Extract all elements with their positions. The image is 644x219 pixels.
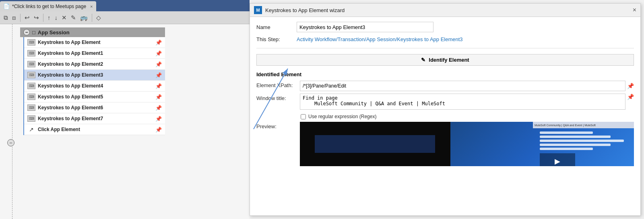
wizard-title-left: M Keystrokes to App Element wizard	[254, 6, 345, 14]
preview-line-4	[540, 144, 611, 146]
step-item-6[interactable]: ⌨ Keystrokes to App Element6 📌	[24, 102, 165, 113]
pin-icon-6[interactable]: 📌	[155, 105, 162, 111]
step-label-1: Keystrokes to App Element1	[38, 50, 153, 56]
session-collapse-btn[interactable]: −	[23, 29, 30, 35]
redo-btn[interactable]: ↪	[33, 13, 40, 22]
wizard-body: Name This Step: Activity Workflow/Transa…	[250, 17, 640, 215]
xpath-pin-btn[interactable]: 📌	[627, 83, 634, 89]
step-item-0[interactable]: ⌨ Keystrokes to App Element 📌	[24, 37, 165, 48]
keystroke-icon-0: ⌨	[27, 39, 35, 46]
step-item-1[interactable]: ⌨ Keystrokes to App Element1 📌	[24, 48, 165, 59]
minus-area: −	[20, 139, 250, 151]
session-header[interactable]: − □ App Session	[20, 27, 165, 37]
tree-inner: − □ App Session ⌨ Keystrokes to App Elem…	[20, 27, 250, 151]
preview-line-5	[540, 148, 593, 150]
toolbar-sep-3	[92, 14, 92, 22]
window-title-pin-btn[interactable]: 📌	[627, 94, 634, 100]
regex-spacer	[256, 114, 297, 115]
click-icon: ↗	[27, 126, 35, 133]
preview-left	[300, 122, 450, 166]
step-label-3: Keystrokes to App Element3	[38, 72, 153, 78]
toolbar-sep-1	[20, 14, 21, 22]
regex-row: Use regular expression (Regex)	[301, 114, 634, 119]
move-up-btn[interactable]: ↑	[46, 13, 52, 22]
name-label: Name	[256, 24, 293, 30]
step-label-2: Keystrokes to App Element2	[38, 61, 153, 67]
preview-image: MuleSoft Community | Q&A and Event | Mul…	[300, 122, 634, 166]
regex-checkbox[interactable]	[301, 114, 306, 119]
export-btn[interactable]: 🚌	[79, 13, 89, 22]
preview-label: Preview:	[256, 122, 297, 129]
tab-bar: 📄 *Click links to get to Meetups page ×	[0, 0, 250, 11]
keystroke-icon-3: ⌨	[27, 72, 35, 78]
pin-icon-5[interactable]: 📌	[155, 94, 162, 100]
diamond-btn[interactable]: ◇	[95, 13, 102, 22]
window-title-input[interactable]: Find in page MuleSoft Community | Q&A an…	[300, 94, 625, 110]
regex-label: Use regular expression (Regex)	[308, 114, 376, 119]
name-row: Name	[256, 22, 634, 32]
session-body: ⌨ Keystrokes to App Element 📌 ⌨ Keystrok…	[23, 37, 165, 135]
step-item-click[interactable]: ↗ Click App Element 📌	[24, 124, 165, 135]
this-step-label: This Step:	[256, 36, 293, 42]
delete-btn[interactable]: ✕	[60, 13, 68, 22]
preview-thumb: ▶	[540, 153, 575, 166]
step-label-4: Keystrokes to App Element4	[38, 83, 153, 89]
step-item-3[interactable]: ⌨ Keystrokes to App Element3 📌	[24, 70, 165, 81]
window-title-label: Window title:	[256, 94, 297, 101]
session-label: App Session	[38, 29, 70, 35]
identified-section: Identified Element Element XPath: 📌 Wind…	[256, 71, 634, 166]
identify-btn-label: Identify Element	[429, 57, 469, 63]
keystroke-icon-6: ⌨	[27, 104, 35, 111]
tree-area: − □ App Session ⌨ Keystrokes to App Elem…	[0, 24, 250, 219]
identified-table: Element XPath: 📌 Window title: Find in p…	[256, 81, 634, 166]
pin-icon-click[interactable]: 📌	[155, 127, 162, 133]
step-item-5[interactable]: ⌨ Keystrokes to App Element5 📌	[24, 92, 165, 102]
preview-right: MuleSoft Community | Q&A and Event | Mul…	[450, 122, 634, 166]
wizard-close-btn[interactable]: ×	[633, 6, 636, 14]
pin-icon-4[interactable]: 📌	[155, 83, 162, 89]
xpath-label: Element XPath:	[256, 81, 297, 88]
wizard-icon: M	[254, 6, 262, 14]
window-title-input-wrap: Find in page MuleSoft Community | Q&A an…	[300, 94, 634, 111]
step-item-4[interactable]: ⌨ Keystrokes to App Element4 📌	[24, 81, 165, 92]
session-node: − □ App Session ⌨ Keystrokes to App Elem…	[20, 27, 250, 135]
tree-dashed-line	[12, 24, 12, 219]
preview-line-1	[540, 131, 593, 134]
identify-element-btn[interactable]: ✎ Identify Element	[256, 54, 634, 66]
copy-page-btn[interactable]: ⧉	[2, 13, 9, 22]
wizard-titlebar: M Keystrokes to App Element wizard ×	[250, 4, 640, 17]
tab-title: *Click links to get to Meetups page	[12, 4, 86, 9]
toolbar-sep-2	[43, 14, 43, 22]
pin-icon-1[interactable]: 📌	[155, 50, 162, 56]
step-label-6: Keystrokes to App Element6	[38, 105, 153, 111]
tab-close-btn[interactable]: ×	[90, 4, 93, 9]
copy-btn[interactable]: ⧈	[11, 13, 17, 22]
keystroke-icon-1: ⌨	[27, 50, 35, 56]
toolbar: ⧉ ⧈ ↩ ↪ ↑ ↓ ✕ ✎ 🚌 ◇	[0, 11, 250, 24]
xpath-input[interactable]	[300, 81, 625, 91]
move-down-btn[interactable]: ↓	[54, 13, 59, 22]
keystroke-icon-7: ⌨	[27, 115, 35, 122]
this-step-value[interactable]: Activity Workflow/Transaction/App Sessio…	[297, 36, 463, 42]
section-divider-1	[256, 48, 634, 48]
step-label-0: Keystrokes to App Element	[38, 40, 153, 45]
pin-icon-0[interactable]: 📌	[155, 40, 162, 46]
identify-icon: ✎	[421, 57, 425, 63]
step-item-2[interactable]: ⌨ Keystrokes to App Element2 📌	[24, 59, 165, 70]
left-panel: 📄 *Click links to get to Meetups page × …	[0, 0, 250, 219]
preview-line-3	[540, 140, 624, 142]
pin-icon-3[interactable]: 📌	[155, 72, 162, 78]
preview-content: ▶	[538, 130, 630, 166]
step-label-7: Keystrokes to App Element7	[38, 116, 153, 121]
step-item-7[interactable]: ⌨ Keystrokes to App Element7 📌	[24, 113, 165, 124]
this-step-row: This Step: Activity Workflow/Transaction…	[256, 36, 634, 42]
minus-circle-btn[interactable]: −	[7, 139, 14, 146]
keystroke-icon-5: ⌨	[27, 94, 35, 100]
edit-btn[interactable]: ✎	[70, 13, 77, 22]
active-tab[interactable]: 📄 *Click links to get to Meetups page ×	[0, 1, 96, 11]
identified-label: Identified Element	[256, 71, 634, 77]
name-input[interactable]	[297, 22, 433, 32]
undo-btn[interactable]: ↩	[23, 13, 31, 22]
pin-icon-7[interactable]: 📌	[155, 116, 162, 122]
pin-icon-2[interactable]: 📌	[155, 61, 162, 67]
